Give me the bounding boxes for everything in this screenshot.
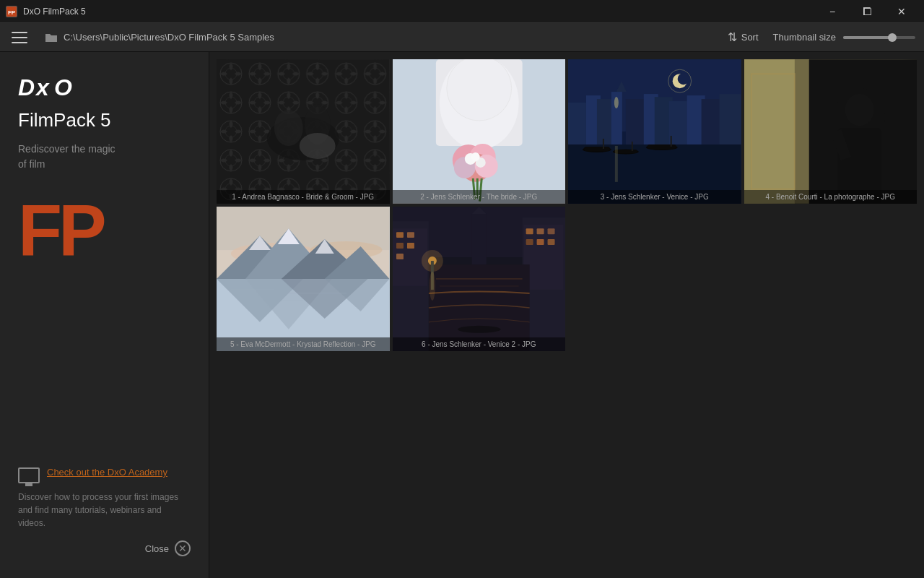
sort-icon: ⇅ <box>728 30 737 44</box>
window-controls: − ⧠ ✕ <box>816 0 918 23</box>
thumbnail-size-slider[interactable] <box>843 36 915 39</box>
academy-description: Discover how to process your first image… <box>18 491 191 530</box>
photo-thumbnail-3 <box>568 59 741 204</box>
photo-label-4: 4 - Benoit Courti - La photographe - JPG <box>744 190 918 204</box>
svg-rect-100 <box>536 239 544 245</box>
photo-thumbnail-5 <box>217 207 390 351</box>
fp-logo: FP <box>18 194 191 266</box>
slider-fill <box>843 36 894 39</box>
svg-point-31 <box>678 73 689 85</box>
svg-rect-94 <box>396 254 403 259</box>
svg-rect-51 <box>632 142 633 151</box>
photo-thumbnail-1 <box>217 59 390 204</box>
photo-cell-6[interactable]: 6 - Jens Schlenker - Venice 2 - JPG <box>393 207 566 351</box>
svg-point-10 <box>274 110 303 146</box>
svg-text:x: x <box>35 74 51 100</box>
svg-rect-54 <box>671 136 672 147</box>
photo-cell-4[interactable]: 4 - Benoit Courti - La photographe - JPG <box>744 59 918 204</box>
photo-area[interactable]: 1 - Andrea Bagnasco - Bride & Groom - JP… <box>209 52 924 578</box>
photo-thumbnail-6 <box>393 207 566 351</box>
photo-cell-5[interactable]: 5 - Eva McDermott - Krystad Reflection -… <box>217 207 390 351</box>
path-container: C:\Users\Public\Pictures\DxO FilmPack 5 … <box>45 32 713 43</box>
sidebar: D x O FilmPack 5 Rediscover the magicof … <box>0 52 209 578</box>
svg-rect-65 <box>808 59 917 204</box>
svg-rect-48 <box>603 139 604 149</box>
window-title: DxO FilmPack 5 <box>23 7 816 17</box>
sort-label: Sort <box>741 32 759 43</box>
svg-rect-98 <box>536 228 544 234</box>
svg-text:O: O <box>54 74 74 100</box>
svg-rect-47 <box>584 147 610 151</box>
svg-point-55 <box>614 97 619 108</box>
app-name: FilmPack 5 <box>18 110 191 131</box>
svg-rect-103 <box>471 214 486 272</box>
maximize-button[interactable]: ⧠ <box>850 0 884 23</box>
svg-rect-96 <box>523 225 563 290</box>
svg-rect-99 <box>526 239 533 245</box>
minimize-button[interactable]: − <box>816 0 849 23</box>
svg-point-24 <box>471 152 479 161</box>
thumbnail-size-label: Thumbnail size <box>773 32 836 43</box>
file-path: C:\Users\Public\Pictures\DxO FilmPack 5 … <box>64 32 274 43</box>
tagline: Rediscover the magicof film <box>18 142 191 172</box>
photo-cell-2[interactable]: 2 - Jens Schlenker - The bride - JPG <box>393 59 566 204</box>
svg-rect-44 <box>720 94 741 146</box>
svg-point-12 <box>300 133 336 159</box>
photo-thumbnail-4 <box>744 59 918 204</box>
svg-rect-92 <box>396 243 403 249</box>
svg-rect-91 <box>406 232 414 238</box>
svg-rect-53 <box>648 144 676 149</box>
svg-point-112 <box>457 326 500 333</box>
photo-cell-1[interactable]: 1 - Andrea Bagnasco - Bride & Groom - JP… <box>217 59 390 204</box>
close-button-circle[interactable]: ✕ <box>175 540 191 556</box>
svg-rect-102 <box>547 239 554 245</box>
photo-label-1: 1 - Andrea Bagnasco - Bride & Groom - JP… <box>217 190 390 204</box>
svg-point-16 <box>446 59 511 121</box>
academy-link[interactable]: Check out the DxO Academy <box>47 466 167 479</box>
close-button[interactable]: ✕ <box>885 0 918 23</box>
toolbar: C:\Users\Public\Pictures\DxO FilmPack 5 … <box>0 23 924 52</box>
photo-grid: 1 - Andrea Bagnasco - Bride & Groom - JP… <box>217 59 917 351</box>
title-bar: FP DxO FilmPack 5 − ⧠ ✕ <box>0 0 924 23</box>
photo-label-5: 5 - Eva McDermott - Krystad Reflection -… <box>217 337 390 351</box>
folder-icon <box>45 32 58 43</box>
photo-cell-3[interactable]: 3 - Jens Schlenker - Venice - JPG <box>568 59 741 204</box>
photo-label-6: 6 - Jens Schlenker - Venice 2 - JPG <box>393 337 566 351</box>
main-content: D x O FilmPack 5 Rediscover the magicof … <box>0 52 924 578</box>
close-row: Close ✕ <box>18 540 191 556</box>
svg-rect-90 <box>396 232 403 238</box>
menu-button[interactable] <box>9 27 30 48</box>
photo-label-2: 2 - Jens Schlenker - The bride - JPG <box>393 190 566 204</box>
monitor-icon <box>18 467 40 483</box>
academy-section: Check out the DxO Academy Discover how t… <box>18 466 191 556</box>
svg-text:D: D <box>18 74 37 100</box>
dxo-logo: D x O <box>18 74 191 103</box>
slider-thumb <box>888 33 897 42</box>
sort-button[interactable]: ⇅ Sort <box>728 30 759 44</box>
photo-label-3: 3 - Jens Schlenker - Venice - JPG <box>568 190 741 204</box>
hamburger-line2 <box>12 37 27 38</box>
svg-text:FP: FP <box>8 9 16 16</box>
close-label[interactable]: Close <box>145 543 169 554</box>
hamburger-line1 <box>12 32 27 33</box>
brand-dxo: D x O <box>18 74 191 103</box>
svg-rect-101 <box>547 228 554 234</box>
hamburger-line3 <box>12 42 27 43</box>
photo-thumbnail-2 <box>393 59 566 204</box>
svg-point-111 <box>429 272 435 301</box>
svg-rect-56 <box>615 146 618 182</box>
svg-rect-97 <box>526 228 533 234</box>
academy-link-row: Check out the DxO Academy <box>18 466 191 483</box>
app-icon: FP <box>6 6 17 17</box>
svg-rect-93 <box>406 243 414 249</box>
